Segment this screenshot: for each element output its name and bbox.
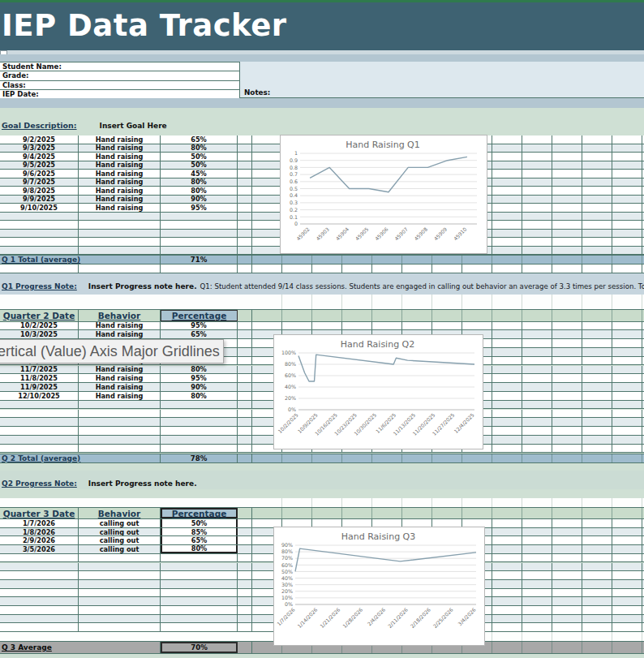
cell-date[interactable] [0,410,79,418]
cell-empty[interactable] [238,436,252,444]
cell-behavior[interactable] [79,230,161,238]
cell-percentage[interactable]: 50% [161,519,238,527]
cell-empty[interactable] [238,153,252,161]
cell-behavior[interactable] [79,554,161,562]
cell-empty[interactable] [238,204,252,212]
cell-date[interactable]: 9/3/2025 [0,144,79,153]
cell-percentage[interactable] [161,221,238,229]
cell-behavior[interactable] [79,589,161,597]
cell-percentage[interactable] [161,597,238,605]
cell-date[interactable]: 9/9/2025 [0,196,79,204]
cell-date[interactable] [0,213,79,221]
cell-date[interactable]: 11/7/2025 [0,366,79,374]
cell-date[interactable]: 1/8/2026 [0,528,79,536]
cell-empty[interactable] [238,196,252,204]
cell-date[interactable] [0,427,79,435]
table-row[interactable]: 10/2/2025Hand raising95% [0,322,644,331]
cell-percentage[interactable]: 80% [161,366,238,374]
cell-empty[interactable] [238,554,252,562]
q1-total-row[interactable]: Q 1 Total (average) 71% [0,255,644,264]
grid-cells[interactable] [252,264,644,273]
cell-behavior[interactable] [79,615,161,623]
cell-empty[interactable] [238,374,252,382]
cell-empty[interactable] [238,330,252,338]
cell-date[interactable] [0,221,79,229]
cell-behavior[interactable]: Hand raising [79,383,161,391]
q2-header-date[interactable]: Quarter 2 Date [0,310,79,321]
cell-date[interactable] [0,418,79,426]
cell-empty[interactable] [238,238,252,246]
cell-empty[interactable] [238,230,252,238]
cell-date[interactable]: 10/2/2025 [0,322,79,330]
cell-empty[interactable] [238,357,252,365]
cell-date[interactable] [0,445,79,453]
cell-empty[interactable] [238,401,252,409]
cell-percentage[interactable] [161,571,238,579]
info-field-2[interactable]: Class: [0,81,240,90]
cell-date[interactable] [0,230,79,238]
cell-empty[interactable] [238,589,252,597]
cell-percentage[interactable] [161,563,238,571]
cell-percentage[interactable] [161,606,238,614]
cell-percentage[interactable] [161,615,238,623]
cell-date[interactable]: 9/5/2025 [0,161,79,170]
cell-date[interactable] [0,580,79,588]
cell-behavior[interactable]: Hand raising [79,144,161,153]
cell-date[interactable] [0,571,79,579]
cell-behavior[interactable]: calling out [79,545,161,553]
cell-empty[interactable] [238,383,252,391]
cell-behavior[interactable]: Hand raising [79,161,161,170]
cell-percentage[interactable]: 80% [161,187,238,195]
cell-date[interactable]: 9/6/2025 [0,170,79,178]
info-field-0[interactable]: Student Name: [0,62,240,71]
cell-behavior[interactable]: Hand raising [79,322,161,330]
cell-behavior[interactable]: Hand raising [79,135,161,144]
cell-empty[interactable] [238,623,252,631]
cell-behavior[interactable] [79,418,161,426]
cell-behavior[interactable]: Hand raising [79,153,161,161]
cell-empty[interactable] [238,519,252,527]
cell-percentage[interactable] [161,264,238,273]
cell-behavior[interactable]: Hand raising [79,204,161,212]
cell-percentage[interactable]: 95% [161,322,238,330]
cell-empty[interactable] [238,528,252,536]
cell-empty[interactable] [238,445,252,453]
cell-empty[interactable] [238,418,252,426]
cell-percentage[interactable] [161,427,238,435]
cell-date[interactable]: 2/9/2026 [0,536,79,544]
cell-percentage[interactable] [161,418,238,426]
cell-empty[interactable] [238,427,252,435]
cell-date[interactable]: 9/2/2025 [0,135,79,144]
cell-empty[interactable] [238,410,252,418]
cell-behavior[interactable] [79,597,161,605]
cell-percentage[interactable]: 45% [161,170,238,178]
cell-percentage[interactable]: 80% [161,545,238,553]
q3-header-percentage[interactable]: Percentage [161,508,238,518]
cell-date[interactable]: 9/7/2025 [0,178,79,187]
cell-empty[interactable] [238,339,252,347]
cell-behavior[interactable]: Hand raising [79,178,161,187]
cell-behavior[interactable] [79,401,161,409]
cell-behavior[interactable] [79,427,161,435]
cell-empty[interactable] [238,178,252,187]
cell-empty[interactable] [238,348,252,356]
cell-empty[interactable] [238,536,252,544]
cell-date[interactable]: 11/9/2025 [0,383,79,391]
cell-percentage[interactable]: 50% [161,153,238,161]
cell-date[interactable]: 9/8/2025 [0,187,79,195]
cell-behavior[interactable] [79,238,161,246]
cell-behavior[interactable]: Hand raising [79,196,161,204]
cell-empty[interactable] [238,597,252,605]
cell-date[interactable] [0,436,79,444]
cell-empty[interactable] [238,187,252,195]
cell-percentage[interactable]: 95% [161,204,238,212]
cell-behavior[interactable]: Hand raising [79,330,161,338]
cell-empty[interactable] [238,366,252,374]
cell-date[interactable] [0,554,79,562]
cell-behavior[interactable] [79,563,161,571]
cell-empty[interactable] [238,615,252,623]
cell-empty[interactable] [238,606,252,614]
cell-behavior[interactable] [79,580,161,588]
cell-percentage[interactable]: 85% [161,528,238,536]
chart-hand-raising-q3[interactable]: Hand Raising Q30%10%20%30%40%50%60%70%80… [273,527,485,646]
